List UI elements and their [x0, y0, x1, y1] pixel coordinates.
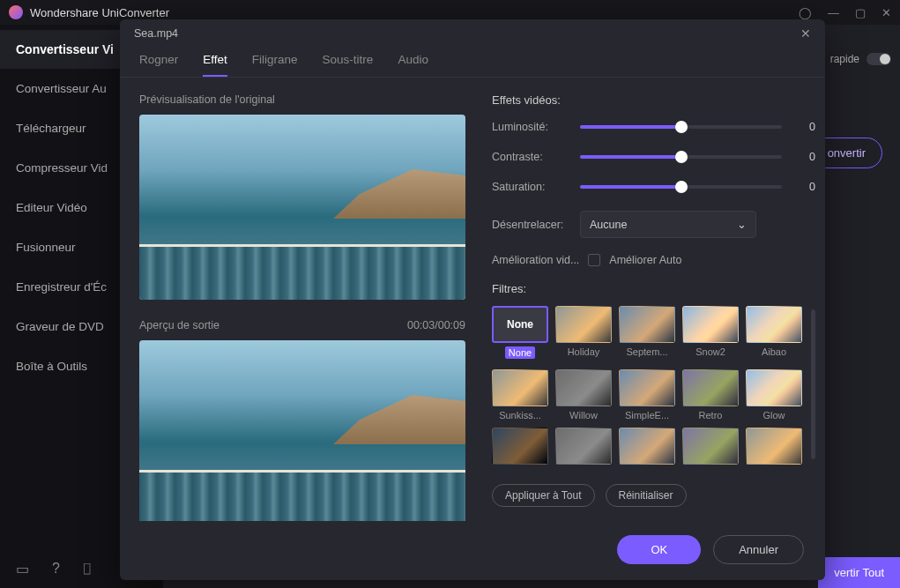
deinterlace-value: Aucune	[590, 219, 627, 231]
original-preview	[139, 115, 465, 300]
filter-snow2[interactable]: Snow2	[682, 306, 739, 362]
tab-subtitle[interactable]: Sous-titre	[323, 53, 374, 77]
output-preview	[139, 340, 465, 521]
enhance-checkbox[interactable]	[588, 254, 600, 266]
brightness-slider[interactable]	[580, 125, 782, 129]
filter-simplee[interactable]: SimpleE...	[619, 369, 675, 421]
filter-sunkiss[interactable]: Sunkiss...	[492, 369, 548, 421]
filter-extra-3[interactable]	[619, 428, 675, 468]
playback-time: 00:03/00:09	[407, 319, 465, 331]
filter-none[interactable]: None None	[492, 306, 548, 362]
book-icon[interactable]: ▭	[16, 561, 29, 577]
filter-aibao[interactable]: Aibao	[746, 306, 802, 362]
close-icon[interactable]: ✕	[800, 26, 811, 41]
enhance-row: Amélioration vid... Améliorer Auto	[492, 254, 815, 266]
filter-holiday[interactable]: Holiday	[555, 306, 612, 362]
filter-retro[interactable]: Retro	[682, 369, 739, 421]
rapid-toggle[interactable]	[867, 53, 891, 65]
reset-button[interactable]: Réinitialiser	[606, 484, 687, 507]
maximize-icon[interactable]: ▢	[855, 6, 866, 19]
app-title: Wondershare UniConverter	[30, 6, 169, 19]
deinterlace-label: Désentrelacer:	[492, 219, 580, 231]
apply-all-button[interactable]: Appliquer à Tout	[492, 484, 595, 507]
window-controls: ◯ — ▢ ✕	[799, 6, 891, 19]
minimize-icon[interactable]: —	[828, 6, 839, 19]
tab-audio[interactable]: Audio	[398, 53, 428, 77]
effects-title: Effets vidéos:	[492, 93, 815, 107]
modal-tabs: Rogner Effet Filigrane Sous-titre Audio	[120, 41, 825, 78]
filter-september[interactable]: Septem...	[619, 306, 675, 362]
app-logo-icon	[9, 5, 23, 19]
saturation-row: Saturation: 0	[492, 181, 815, 193]
filters-label: Filtres:	[492, 282, 815, 295]
filter-extra-1[interactable]	[492, 428, 548, 468]
output-preview-label: Aperçu de sortie	[139, 319, 219, 331]
tab-watermark[interactable]: Filigrane	[252, 53, 298, 77]
close-window-icon[interactable]: ✕	[881, 6, 891, 19]
people-icon[interactable]: ⌷	[83, 561, 92, 577]
deinterlace-select[interactable]: Aucune ⌄	[580, 211, 756, 238]
modal-filename: Sea.mp4	[134, 27, 178, 40]
filter-extra-2[interactable]	[555, 428, 612, 468]
contrast-slider[interactable]	[580, 155, 782, 159]
user-icon[interactable]: ◯	[799, 6, 812, 19]
tab-effect[interactable]: Effet	[203, 53, 227, 77]
contrast-value: 0	[798, 151, 815, 163]
convert-all-button[interactable]: vertir Tout	[818, 557, 900, 588]
ok-button[interactable]: OK	[617, 535, 701, 564]
brightness-value: 0	[798, 121, 815, 133]
enhance-label: Amélioration vid...	[492, 254, 579, 266]
brightness-label: Luminosité:	[492, 121, 580, 133]
tab-crop[interactable]: Rogner	[139, 53, 178, 77]
contrast-label: Contraste:	[492, 151, 580, 163]
filter-willow[interactable]: Willow	[555, 369, 612, 421]
rapid-label: rapide	[830, 53, 859, 65]
rapid-toggle-row: rapide	[830, 53, 891, 65]
filter-extra-5[interactable]	[746, 428, 802, 468]
saturation-value: 0	[798, 181, 815, 193]
filters-scrollbar[interactable]	[811, 309, 815, 459]
original-preview-label: Prévisualisation de l'original	[139, 93, 465, 106]
enhance-option: Améliorer Auto	[609, 254, 681, 266]
cancel-button[interactable]: Annuler	[713, 535, 804, 564]
brightness-row: Luminosité: 0	[492, 121, 815, 133]
saturation-slider[interactable]	[580, 185, 782, 189]
filter-extra-4[interactable]	[682, 428, 739, 468]
deinterlace-row: Désentrelacer: Aucune ⌄	[492, 211, 815, 238]
filter-thumb-none: None	[492, 306, 548, 343]
filter-glow[interactable]: Glow	[746, 369, 802, 421]
contrast-row: Contraste: 0	[492, 151, 815, 163]
saturation-label: Saturation:	[492, 181, 580, 193]
effect-editor-modal: Sea.mp4 ✕ Rogner Effet Filigrane Sous-ti…	[120, 19, 825, 580]
help-icon[interactable]: ?	[52, 561, 60, 577]
chevron-down-icon: ⌄	[737, 218, 747, 231]
filters-grid: None None Holiday Septem... Snow2 Aibao …	[492, 306, 802, 475]
